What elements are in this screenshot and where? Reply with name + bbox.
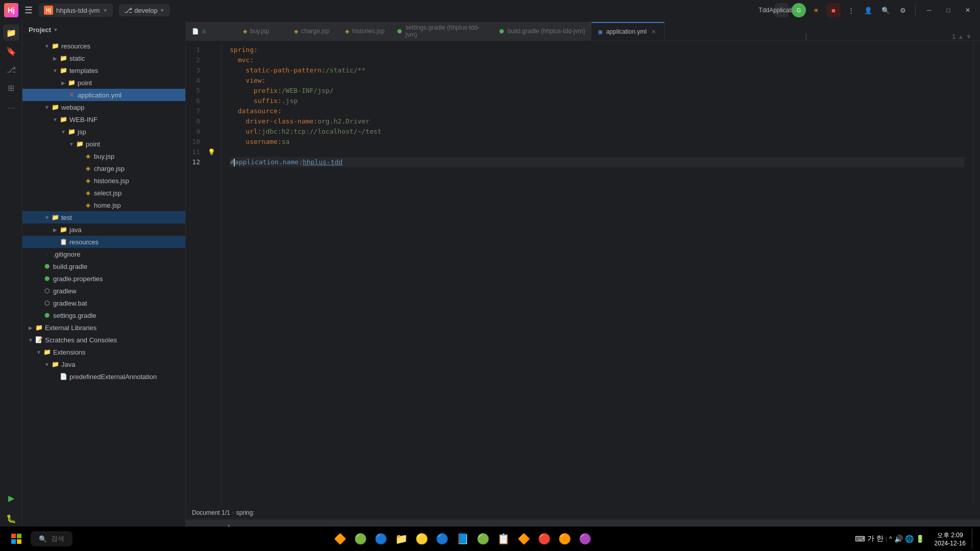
- taskbar-app-1[interactable]: 🔶: [330, 529, 350, 549]
- tree-item-extensions[interactable]: ▼ 📁 Extensions: [22, 346, 185, 358]
- tree-item-point-templates[interactable]: ▶ 📁 point: [22, 77, 185, 89]
- tree-label: charge.jsp: [94, 165, 125, 172]
- tree-label: application.yml: [78, 91, 121, 99]
- sidebar-project-icon[interactable]: 📁: [3, 24, 19, 41]
- sidebar-content[interactable]: ▼ 📁 resources ▶ 📁 static ▼ 📁 templates ▶…: [22, 39, 185, 551]
- tree-item-resources[interactable]: ▼ 📁 resources: [22, 40, 185, 52]
- taskbar-app-3[interactable]: 🔵: [371, 529, 391, 549]
- jsp-icon: ◈: [345, 28, 349, 35]
- taskbar-search[interactable]: 🔍 검색: [31, 531, 72, 546]
- tree-item-webapp[interactable]: ▼ 📁 webapp: [22, 101, 185, 113]
- taskbar-app-11[interactable]: 🔴: [534, 529, 554, 549]
- taskbar-app-4[interactable]: 📁: [391, 529, 411, 549]
- avatar[interactable]: G: [792, 3, 806, 17]
- taskbar-app-8[interactable]: 🟢: [473, 529, 493, 549]
- tree-item-select-jsp[interactable]: ▶ ◈ select.jsp: [22, 187, 185, 199]
- run-config[interactable]: TddApplication ▼: [774, 3, 789, 17]
- tab-a[interactable]: 📄 a: [186, 22, 237, 40]
- start-button[interactable]: [4, 527, 29, 551]
- sidebar-debug-icon[interactable]: 🐛: [3, 510, 19, 527]
- tray-icon-4[interactable]: 🔊: [894, 535, 903, 543]
- sidebar-run-icon[interactable]: ▶: [3, 490, 19, 506]
- tab-overflow-icon[interactable]: ⋮: [803, 33, 810, 40]
- taskbar-app-7[interactable]: 📘: [452, 529, 473, 549]
- tree-label: select.jsp: [94, 189, 121, 197]
- minimize-button[interactable]: ─: [921, 2, 937, 18]
- tree-item-gitignore[interactable]: ▶ · .gitignore: [22, 248, 185, 260]
- folder-icon: 📁: [59, 54, 67, 62]
- sidebar-more-icon[interactable]: …: [3, 98, 19, 114]
- project-selector[interactable]: Hj hhplus-tdd-jvm ▼: [39, 4, 113, 17]
- search-icon[interactable]: 🔍: [878, 3, 893, 17]
- tree-item-application-yml[interactable]: ▶ ✕ application.yml: [22, 89, 185, 101]
- expand-arrow: ▶: [59, 79, 67, 87]
- tree-item-gradlew-bat[interactable]: ▶ ⬡ gradlew.bat: [22, 297, 185, 309]
- branch-selector[interactable]: ⎇ develop ▼: [119, 4, 169, 16]
- close-button[interactable]: ✕: [960, 2, 976, 18]
- code-line-7: datasource:: [230, 106, 965, 116]
- sidebar-title[interactable]: Project ▼: [29, 26, 58, 34]
- taskbar-app-10[interactable]: 🔶: [513, 529, 534, 549]
- tray-icon-1[interactable]: ⌨: [855, 535, 865, 543]
- hamburger-menu[interactable]: ☰: [22, 3, 35, 18]
- tree-item-ext-libs[interactable]: ▶ 📁 External Libraries: [22, 321, 185, 334]
- tray-up-icon[interactable]: ^: [889, 535, 892, 542]
- taskbar-app-5[interactable]: 🟡: [411, 529, 432, 549]
- tree-label: .gitignore: [53, 251, 80, 258]
- stop-button[interactable]: ■: [826, 3, 841, 17]
- tree-item-java-ext[interactable]: ▼ 📁 Java: [22, 358, 185, 370]
- taskbar-app-2[interactable]: 🟢: [350, 529, 371, 549]
- tab-histories[interactable]: ◈ histories.jsp: [339, 22, 391, 40]
- sidebar-structure-icon[interactable]: ⊞: [3, 80, 19, 96]
- intellij-icon[interactable]: ☀: [809, 3, 823, 17]
- tab-close-button[interactable]: ✕: [650, 28, 658, 36]
- tab-build-gradle[interactable]: ⬣ build.gradle (hhplus-tdd-jvm): [493, 22, 592, 40]
- tab-label: settings.gradle (hhplus-tdd-jvm): [405, 24, 486, 38]
- show-desktop-button[interactable]: [972, 529, 976, 549]
- tab-application-yml[interactable]: ▣ application.yml ✕: [592, 22, 664, 40]
- tree-item-histories-jsp[interactable]: ▶ ◈ histories.jsp: [22, 174, 185, 187]
- scrollbar-track[interactable]: [973, 41, 980, 506]
- tray-icon-3[interactable]: 한: [876, 534, 884, 543]
- tray-icon-5[interactable]: 🌐: [905, 535, 914, 543]
- tree-item-gradle-properties[interactable]: ▶ ⬣ gradle.properties: [22, 272, 185, 285]
- tree-item-test[interactable]: ▼ 📁 test: [22, 211, 185, 223]
- tab-charge[interactable]: ◈ charge.jsp: [288, 22, 339, 40]
- tree-item-point-jsp[interactable]: ▼ 📁 point: [22, 138, 185, 150]
- tree-item-java[interactable]: ▶ 📁 java: [22, 223, 185, 236]
- account-icon[interactable]: 👤: [861, 3, 875, 17]
- tree-item-build-gradle[interactable]: ▶ ⬣ build.gradle: [22, 260, 185, 272]
- tree-item-jsp[interactable]: ▼ 📁 jsp: [22, 126, 185, 138]
- tree-item-buy-jsp[interactable]: ▶ ◈ buy.jsp: [22, 150, 185, 162]
- tree-item-scratches[interactable]: ▼ 📝 Scratches and Consoles: [22, 334, 185, 346]
- tab-settings-gradle[interactable]: ⬣ settings.gradle (hhplus-tdd-jvm): [391, 22, 493, 40]
- tree-label: gradle.properties: [53, 275, 103, 283]
- tree-item-static[interactable]: ▶ 📁 static: [22, 52, 185, 64]
- settings-icon[interactable]: ⚙: [896, 3, 910, 17]
- tab-buy[interactable]: ◈ buy.jsp: [237, 22, 288, 40]
- sidebar-git-icon[interactable]: ⎇: [3, 61, 19, 78]
- tree-item-templates[interactable]: ▼ 📁 templates: [22, 64, 185, 77]
- tray-icon-2[interactable]: 가: [867, 534, 874, 543]
- taskbar-app-13[interactable]: 🟣: [575, 529, 595, 549]
- code-editor[interactable]: spring: mvc: static-path-pattern: /stati…: [222, 41, 973, 506]
- tree-item-gradlew[interactable]: ▶ ⬡ gradlew: [22, 285, 185, 297]
- tree-item-predefined[interactable]: ▶ 📄 predefinedExternalAnnotation: [22, 370, 185, 383]
- taskbar-clock[interactable]: 오후 2:09 2024-12-16: [928, 531, 972, 547]
- folder-icon: 📁: [67, 128, 76, 136]
- sidebar-bookmarks-icon[interactable]: 🔖: [3, 43, 19, 59]
- tree-item-charge-jsp[interactable]: ▶ ◈ charge.jsp: [22, 162, 185, 174]
- taskbar-app-6[interactable]: 🔵: [432, 529, 452, 549]
- taskbar-app-12[interactable]: 🟠: [554, 529, 575, 549]
- tree-item-settings-gradle[interactable]: ▶ ⬣ settings.gradle: [22, 309, 185, 321]
- taskbar: 🔍 검색 🔶 🟢 🔵 📁 🟡 🔵 📘 🟢 📋 🔶 🔴 🟠 🟣 ⌨ 가 한 | ^…: [0, 527, 980, 551]
- tree-item-home-jsp[interactable]: ▶ ◈ home.jsp: [22, 199, 185, 211]
- tray-icon-6[interactable]: 🔋: [916, 535, 924, 543]
- match-count: 1 ▲ ▼: [952, 33, 980, 40]
- more-options[interactable]: ⋮: [844, 3, 858, 17]
- tree-item-webinf[interactable]: ▼ 📁 WEB-INF: [22, 113, 185, 126]
- taskbar-app-9[interactable]: 📋: [493, 529, 513, 549]
- tree-item-test-resources[interactable]: ▶ 📋 resources: [22, 236, 185, 248]
- maximize-button[interactable]: □: [940, 2, 957, 18]
- editor-content[interactable]: 1 2 3 4 5 6 7 8 9 10 11 12: [186, 41, 980, 506]
